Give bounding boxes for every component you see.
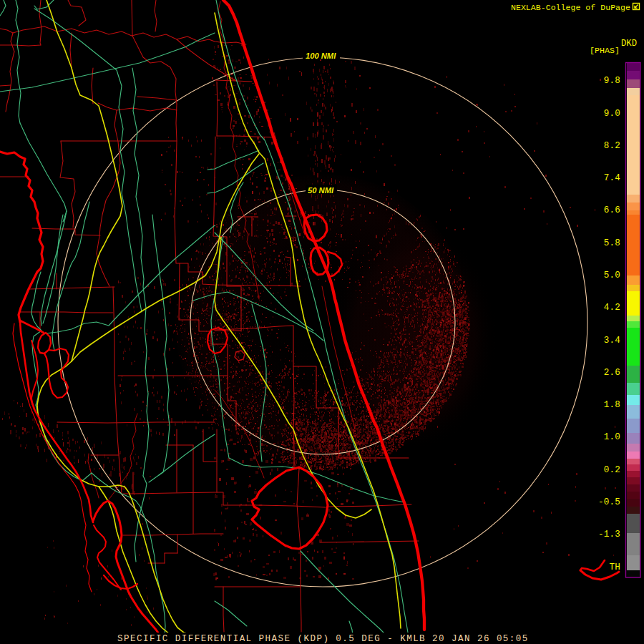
- svg-text:8.2: 8.2: [604, 141, 620, 151]
- svg-text:NEXLAB-College of DuPage: NEXLAB-College of DuPage: [511, 3, 630, 12]
- svg-text:[PHAS]: [PHAS]: [590, 46, 620, 56]
- svg-text:5.0: 5.0: [604, 270, 620, 280]
- svg-text:2.6: 2.6: [604, 368, 620, 378]
- svg-text:-0.5: -0.5: [598, 497, 620, 507]
- svg-text:0.2: 0.2: [604, 465, 620, 475]
- svg-text:3.4: 3.4: [604, 336, 620, 346]
- svg-text:TH: TH: [609, 562, 620, 572]
- svg-text:1.0: 1.0: [604, 432, 620, 442]
- svg-text:100 NMI: 100 NMI: [306, 52, 336, 60]
- svg-text:1.8: 1.8: [604, 400, 620, 410]
- svg-text:9.8: 9.8: [604, 76, 620, 86]
- svg-text:6.6: 6.6: [604, 205, 620, 215]
- svg-text:50 NMI: 50 NMI: [308, 186, 334, 195]
- svg-text:DKD: DKD: [621, 39, 637, 49]
- svg-text:SPECIFIC DIFFERENTIAL PHASE (K: SPECIFIC DIFFERENTIAL PHASE (KDP) 0.5 DE…: [117, 634, 529, 644]
- svg-text:9.0: 9.0: [604, 109, 620, 119]
- svg-text:7.4: 7.4: [604, 173, 620, 183]
- svg-text:4.2: 4.2: [604, 303, 620, 313]
- svg-text:-1.3: -1.3: [598, 530, 620, 540]
- svg-text:5.8: 5.8: [604, 238, 620, 248]
